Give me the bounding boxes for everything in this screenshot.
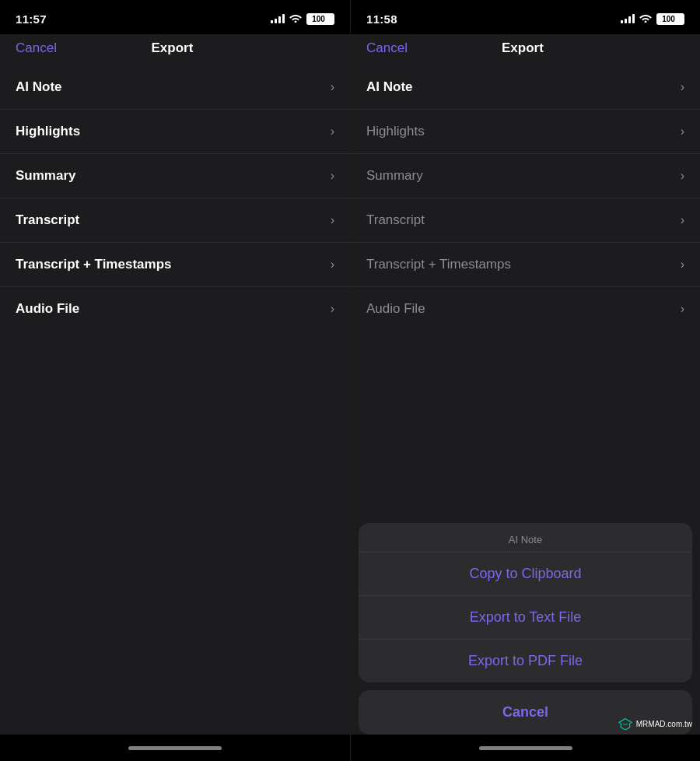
cancel-button-left[interactable]: Cancel	[16, 40, 57, 56]
list-item[interactable]: Transcript + Timestamps ›	[0, 243, 350, 287]
chevron-right-icon: ›	[331, 169, 334, 183]
menu-item-label: AI Note	[366, 79, 413, 95]
list-item[interactable]: AI Note ›	[351, 65, 700, 110]
wifi-icon-right	[639, 13, 652, 25]
battery-icon-left: 100	[306, 13, 334, 25]
status-time-left: 11:57	[16, 12, 47, 26]
menu-item-label: Highlights	[16, 124, 80, 139]
menu-item-label: AI Note	[16, 79, 62, 95]
left-phone-panel: 11:57 100 Cancel Export AI Note	[0, 0, 350, 761]
menu-item-label: Highlights	[366, 124, 425, 139]
list-item[interactable]: Transcript + Timestamps ›	[351, 243, 700, 287]
wifi-icon-left	[289, 13, 302, 25]
nav-bar-left: Cancel Export	[0, 34, 350, 65]
list-item[interactable]: Summary ›	[0, 154, 350, 198]
menu-item-label: Transcript	[366, 212, 425, 228]
list-item[interactable]: Transcript ›	[0, 198, 350, 243]
menu-item-label: Summary	[366, 168, 423, 184]
list-item[interactable]: Highlights ›	[351, 110, 700, 154]
status-icons-right: 100	[621, 13, 684, 25]
menu-item-label: Transcript + Timestamps	[16, 257, 171, 272]
status-icons-left: 100	[271, 13, 334, 25]
list-item[interactable]: AI Note ›	[0, 65, 350, 110]
chevron-right-icon: ›	[331, 213, 334, 227]
status-time-right: 11:58	[366, 12, 397, 26]
list-item[interactable]: Audio File ›	[351, 287, 700, 331]
list-item[interactable]: Transcript ›	[351, 198, 700, 243]
watermark: MRMAD.com.tw	[618, 717, 692, 730]
menu-list-left: AI Note › Highlights › Summary › Transcr…	[0, 65, 350, 735]
export-text-file-button[interactable]: Export to Text File	[359, 596, 692, 640]
status-bar-left: 11:57 100	[0, 0, 350, 34]
right-phone-panel: 11:58 100 Cancel Export AI Note	[350, 0, 700, 761]
action-sheet-overlay: AI Note Copy to Clipboard Export to Text…	[359, 523, 692, 735]
cancel-button-right[interactable]: Cancel	[366, 40, 408, 56]
chevron-right-icon: ›	[331, 302, 334, 316]
menu-item-label: Summary	[16, 168, 75, 184]
signal-icon-right	[621, 14, 635, 23]
menu-item-label: Audio File	[16, 301, 79, 317]
home-bar-right	[479, 746, 572, 750]
nav-title-left: Export	[152, 40, 194, 56]
chevron-right-icon: ›	[681, 80, 684, 94]
menu-item-label: Transcript + Timestamps	[366, 257, 511, 272]
menu-item-label: Transcript	[16, 212, 79, 228]
export-pdf-file-button[interactable]: Export to PDF File	[359, 640, 692, 682]
chevron-right-icon: ›	[681, 258, 684, 272]
chevron-right-icon: ›	[681, 302, 684, 316]
status-bar-right: 11:58 100	[351, 0, 700, 34]
home-bar-left	[128, 746, 222, 750]
list-item[interactable]: Summary ›	[351, 154, 700, 198]
copy-to-clipboard-button[interactable]: Copy to Clipboard	[359, 552, 692, 596]
watermark-text: MRMAD.com.tw	[636, 720, 692, 728]
chevron-right-icon: ›	[681, 213, 684, 227]
menu-item-label: Audio File	[366, 301, 425, 317]
chevron-right-icon: ›	[331, 258, 334, 272]
chevron-right-icon: ›	[331, 124, 334, 139]
home-indicator-right	[351, 735, 700, 761]
nav-title-right: Export	[502, 40, 544, 56]
action-sheet-main: AI Note Copy to Clipboard Export to Text…	[359, 523, 692, 682]
signal-icon-left	[271, 14, 285, 23]
chevron-right-icon: ›	[681, 169, 684, 183]
action-sheet-title: AI Note	[359, 523, 692, 552]
list-item[interactable]: Audio File ›	[0, 287, 350, 331]
battery-icon-right: 100	[656, 13, 684, 25]
chevron-right-icon: ›	[331, 80, 334, 94]
mrmad-logo	[618, 717, 633, 730]
nav-bar-right: Cancel Export	[351, 34, 700, 65]
home-indicator-left	[0, 735, 350, 761]
list-item[interactable]: Highlights ›	[0, 110, 350, 154]
chevron-right-icon: ›	[681, 124, 684, 139]
